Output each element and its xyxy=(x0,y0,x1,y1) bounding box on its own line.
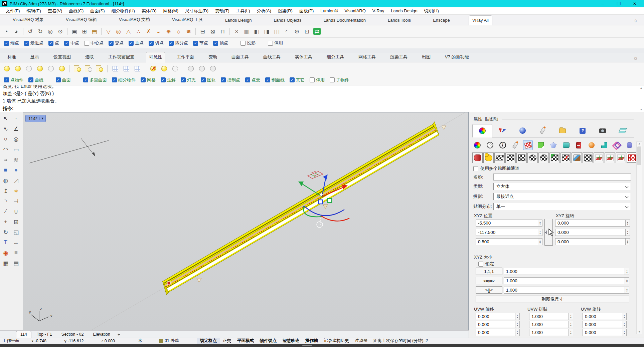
lands-flag-icon[interactable]: △ xyxy=(124,27,133,36)
clamp-icon[interactable]: ⊓ xyxy=(218,27,227,36)
checkbox[interactable] xyxy=(24,41,29,46)
osnap-end[interactable]: 端点 xyxy=(4,40,19,46)
checkbox[interactable] xyxy=(473,166,478,171)
chevron-down-icon[interactable]: ▼ xyxy=(39,117,44,120)
spinner[interactable]: ▲▼ xyxy=(622,329,627,336)
maximize-button[interactable]: ❒ xyxy=(615,1,622,6)
spinner[interactable]: ▲▼ xyxy=(625,220,630,227)
filter-subd[interactable]: 细分物件 xyxy=(112,77,136,83)
tab-lands-tools[interactable]: Lands Tools xyxy=(384,16,414,25)
ribbon-mesh-tools[interactable]: 网格工具 xyxy=(356,52,378,62)
tab-visualarq-edit[interactable]: VisualARQ 编辑 xyxy=(62,15,100,25)
ribbon-transform[interactable]: 变动 xyxy=(206,52,220,62)
vptab-114[interactable]: 114 xyxy=(16,331,31,338)
file-explorer-tab[interactable] xyxy=(552,124,573,137)
rotate-tool-icon[interactable]: ↻ xyxy=(1,227,11,237)
database-icon[interactable] xyxy=(625,140,634,150)
checkbox[interactable] xyxy=(181,77,186,82)
checkbox[interactable] xyxy=(141,77,146,82)
menu-file[interactable]: 文件(F) xyxy=(3,7,23,15)
scroll-down-icon[interactable]: ▼ xyxy=(637,330,642,334)
filter-polysurfaces[interactable]: 多重曲面 xyxy=(83,77,107,83)
explode-tool-icon[interactable]: ∗ xyxy=(11,186,21,196)
show-objects-icon[interactable] xyxy=(2,64,11,73)
checkbox[interactable] xyxy=(4,41,9,46)
osnap-near[interactable]: 最近点 xyxy=(24,40,43,46)
osnap-intersection[interactable]: 交点 xyxy=(109,40,124,46)
copy-tool-icon[interactable]: ⊞ xyxy=(11,217,21,227)
checkbox[interactable] xyxy=(56,77,61,82)
gumball-rotate-x-arc[interactable] xyxy=(321,216,349,221)
menu-edit[interactable]: 编辑(E) xyxy=(24,7,44,15)
cylinder-mapping-icon[interactable] xyxy=(538,152,549,163)
pan-view-icon[interactable]: ◔ xyxy=(2,27,11,36)
checkbox[interactable] xyxy=(48,41,53,46)
checkbox[interactable] xyxy=(290,77,295,82)
checkbox[interactable] xyxy=(149,41,154,46)
help-tab[interactable] xyxy=(573,124,593,137)
solid-union-icon[interactable]: ◧ xyxy=(252,27,261,36)
delete-mapping-icon[interactable] xyxy=(560,152,571,163)
status-z[interactable]: z 0.000 xyxy=(92,338,124,344)
toggle-ortho[interactable]: 正交 xyxy=(220,338,234,344)
toolbar-separator[interactable] xyxy=(101,28,102,35)
move-tool-icon[interactable]: + xyxy=(1,217,11,227)
freeform-curve-icon[interactable]: ≈ xyxy=(1,155,11,165)
status-cplane[interactable]: 工作平面 xyxy=(0,338,22,344)
box-tool-icon[interactable]: ■ xyxy=(1,165,11,175)
size-z-input[interactable] xyxy=(504,287,625,294)
filter-others[interactable]: 其它 xyxy=(290,77,305,83)
hide-selected-icon[interactable] xyxy=(46,64,55,73)
name-input[interactable] xyxy=(493,174,631,181)
bulb-separator[interactable] xyxy=(107,65,108,72)
zoom-extents-icon[interactable]: ◎ xyxy=(46,27,55,36)
decal-icon[interactable] xyxy=(536,140,545,150)
checkbox[interactable] xyxy=(201,77,206,82)
material-icon[interactable] xyxy=(510,140,520,150)
spinner[interactable]: ▲▼ xyxy=(625,229,630,236)
display-mode-icon[interactable] xyxy=(485,140,495,150)
menu-help[interactable]: 说明(H) xyxy=(421,7,442,15)
osnap-perpendicular[interactable]: 垂点 xyxy=(129,40,144,46)
layers-tab[interactable] xyxy=(613,124,633,137)
osnap-disable[interactable]: 停用 xyxy=(268,40,283,46)
viewport-canvas[interactable]: y z x xyxy=(23,112,469,330)
hatch-tool-icon[interactable]: ▦ xyxy=(1,258,11,268)
ribbon-display[interactable]: 显示 xyxy=(28,52,42,62)
gumball-scale-handle-blue[interactable] xyxy=(318,200,322,204)
ribbon-set-view[interactable]: 设置视图 xyxy=(51,52,73,62)
hide-all-icon[interactable] xyxy=(148,64,158,73)
uvw-rotation-w-input[interactable] xyxy=(583,329,622,336)
thickness-icon[interactable] xyxy=(561,140,571,150)
gumball-toggle-icon[interactable]: ◉ xyxy=(1,248,11,258)
rotation-z-input[interactable] xyxy=(555,238,625,245)
filter-disable[interactable]: 停用 xyxy=(310,77,325,83)
unwrap-mapping-icon[interactable] xyxy=(472,152,483,163)
box-pair-icon[interactable]: ⊟ xyxy=(198,27,207,36)
edit-widget-icon[interactable] xyxy=(616,152,626,163)
distribution-dropdown[interactable]: 单一 xyxy=(493,203,631,210)
vptab-top-f1[interactable]: Top - F1 xyxy=(33,331,56,338)
status-save-timer[interactable]: 距离上次保存的时间 (分钟): 2 xyxy=(370,338,431,344)
gumball-plane-icon[interactable] xyxy=(308,171,323,179)
tab-enscape[interactable]: Enscape xyxy=(430,16,453,25)
filter-control-points[interactable]: 控制点 xyxy=(221,77,240,83)
filter-subobjects[interactable]: 子物件 xyxy=(330,77,349,83)
named-view-icon[interactable]: ▤ xyxy=(90,27,99,36)
command-prompt[interactable]: 指令: xyxy=(0,105,644,112)
toggle-osnap[interactable]: 物件锁点 xyxy=(257,338,280,344)
filter-point-clouds[interactable]: 点云 xyxy=(245,77,260,83)
spinner[interactable]: ▲▼ xyxy=(569,329,573,336)
ribbon-options-gear-icon[interactable]: ☼ xyxy=(633,55,638,61)
checkbox[interactable] xyxy=(330,77,335,82)
isolate-layer-icon[interactable] xyxy=(133,64,142,73)
checkbox[interactable] xyxy=(64,41,69,46)
checkbox[interactable] xyxy=(129,41,134,46)
gumball-origin-handle[interactable] xyxy=(320,193,323,196)
cylinder-tool-icon[interactable]: ◍ xyxy=(1,176,11,186)
solid-split-icon[interactable]: ◫ xyxy=(272,27,281,36)
size-fit-button[interactable]: >[]< xyxy=(476,286,502,294)
text-tool-icon[interactable]: T xyxy=(1,238,11,248)
spinner[interactable]: ▲▼ xyxy=(515,321,520,328)
radial-array-icon[interactable]: ⊛ xyxy=(292,27,301,36)
